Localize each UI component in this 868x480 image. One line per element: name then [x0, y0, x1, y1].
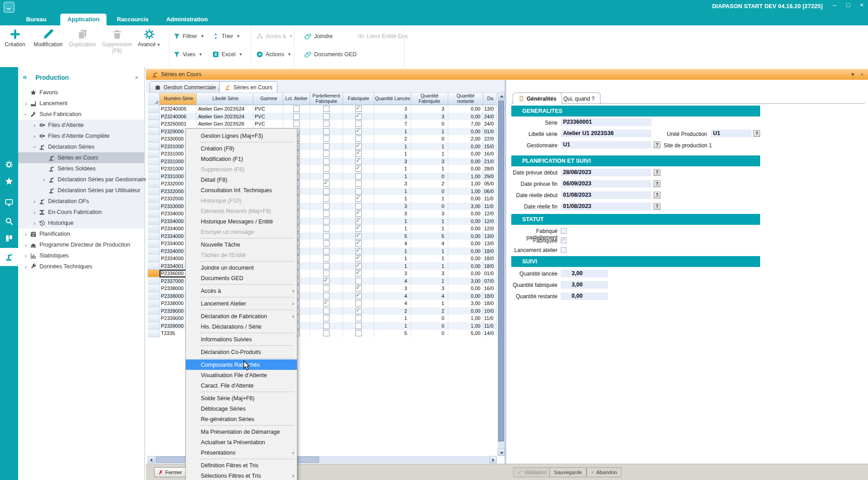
desktop-icon[interactable]: [0, 194, 18, 212]
checkbox[interactable]: [355, 150, 362, 157]
modules-gear-icon[interactable]: [0, 155, 18, 174]
row-header[interactable]: [148, 105, 160, 113]
checkbox[interactable]: [355, 323, 362, 329]
checkbox[interactable]: [355, 158, 362, 165]
context-menu-item[interactable]: Suppression (F6): [186, 164, 297, 175]
context-menu-item[interactable]: Accès à ›: [186, 286, 297, 296]
help-button[interactable]: ?: [654, 192, 660, 199]
row-header[interactable]: [148, 315, 160, 322]
checkbox[interactable]: [355, 233, 362, 239]
column-header-quantite-restante[interactable]: Quantité restante: [448, 92, 483, 105]
tree-item[interactable]: › Suivi Fabrication: [18, 109, 144, 120]
date-field[interactable]: 28/08/2023: [561, 169, 651, 176]
row-header[interactable]: [148, 233, 160, 240]
checkbox[interactable]: [323, 203, 330, 209]
context-menu-item[interactable]: Modification (F1): [186, 154, 297, 164]
checkbox[interactable]: [293, 106, 300, 112]
help-button[interactable]: ?: [654, 141, 660, 148]
checkbox[interactable]: [561, 238, 567, 243]
row-header[interactable]: [148, 203, 160, 210]
date-field[interactable]: 01/08/2023: [561, 203, 651, 210]
close-button[interactable]: ×: [858, 1, 865, 9]
row-header[interactable]: [148, 285, 160, 292]
tree-expander-icon[interactable]: ›: [23, 110, 29, 118]
tree-item[interactable]: › Planification: [18, 228, 144, 239]
checkbox[interactable]: [323, 315, 330, 321]
context-menu-item[interactable]: Solde Série (Maj+F6): [186, 393, 297, 403]
tree-expander-icon[interactable]: ›: [30, 209, 39, 216]
maximize-button[interactable]: □: [844, 1, 852, 9]
date-field[interactable]: 06/09/2023: [561, 180, 651, 188]
tree-item[interactable]: › Déclaration Séries: [18, 141, 144, 152]
scroll-down-button[interactable]: [498, 449, 504, 456]
excel-button[interactable]: Excel▼: [212, 50, 243, 59]
checkbox[interactable]: [323, 240, 330, 247]
column-header-numero-serie[interactable]: Numéro Série: [160, 92, 197, 105]
column-header-quantite-lancee[interactable]: Quantité Lancée: [374, 92, 411, 105]
row-header[interactable]: [148, 143, 160, 150]
checkbox[interactable]: [355, 330, 362, 336]
checkbox[interactable]: [355, 165, 362, 172]
tree-expander-icon[interactable]: ›: [22, 100, 30, 107]
checkbox[interactable]: [323, 248, 330, 254]
checkbox[interactable]: [323, 188, 330, 194]
row-header[interactable]: [148, 292, 160, 300]
sauvegarde-button[interactable]: Sauvegarde: [549, 467, 587, 477]
checkbox[interactable]: [355, 240, 362, 247]
checkbox[interactable]: [323, 173, 330, 179]
context-menu-item[interactable]: Déclaration Co-Produits: [186, 347, 297, 357]
row-header[interactable]: [148, 113, 160, 121]
context-menu-item[interactable]: His. Déclarations / Série: [186, 321, 297, 332]
scroll-up-button[interactable]: [498, 92, 504, 100]
row-header[interactable]: [148, 218, 160, 225]
help-button[interactable]: ?: [654, 169, 660, 176]
unite-production-field[interactable]: U1: [711, 130, 752, 137]
checkbox[interactable]: [355, 136, 362, 142]
row-header[interactable]: [148, 158, 160, 165]
tree-item[interactable]: › Files d'Attente Complète: [18, 131, 144, 141]
table-row[interactable]: P23240006 Atelier Gen 2023S24 PVC 3 3 0,…: [148, 113, 497, 121]
context-menu-item[interactable]: Caract. File d'Attente: [186, 380, 297, 391]
context-menu-item[interactable]: Déblocage Séries: [186, 403, 297, 414]
checkbox[interactable]: [355, 113, 362, 120]
table-row[interactable]: P23260001 Atelier Gen 2023S26 PVC 7 0 7,…: [148, 120, 497, 128]
context-menu-item[interactable]: Composants Rattachés: [186, 359, 297, 370]
checkbox[interactable]: [355, 218, 362, 224]
checkbox[interactable]: [355, 255, 362, 262]
vertical-scrollbar[interactable]: [498, 92, 504, 456]
checkbox[interactable]: [355, 270, 362, 276]
context-menu-item[interactable]: Envoyer un message: [186, 227, 297, 237]
select-all-corner[interactable]: [148, 92, 160, 105]
tree-item[interactable]: › En-Cours Fabrication: [18, 207, 144, 218]
context-menu-item[interactable]: Historique Messages / Entité: [186, 216, 297, 227]
gestionnaire-field[interactable]: U1: [561, 141, 651, 149]
row-header[interactable]: [148, 150, 160, 158]
vertical-scroll-thumb[interactable]: [498, 101, 504, 441]
checkbox[interactable]: [323, 180, 330, 187]
column-header-quantite-fabriquee[interactable]: Quantité Fabriquée: [411, 92, 448, 105]
tree-expander-icon[interactable]: ›: [22, 263, 30, 270]
checkbox[interactable]: [323, 233, 330, 239]
help-button[interactable]: ?: [654, 203, 660, 210]
column-header-partiellement-fabriquee[interactable]: Partiellement Fabriquée: [310, 92, 343, 105]
context-menu-item[interactable]: Historique (F10): [186, 195, 297, 206]
context-menu-item[interactable]: Création (F9): [186, 143, 297, 154]
row-header[interactable]: [148, 225, 160, 233]
row-header[interactable]: [148, 180, 160, 188]
tree-item[interactable]: › Programme Directeur de Production: [18, 239, 144, 250]
checkbox[interactable]: [323, 300, 330, 306]
checkbox[interactable]: [323, 278, 330, 284]
checkbox[interactable]: [561, 228, 567, 234]
scroll-left-button[interactable]: [148, 456, 155, 463]
checkbox[interactable]: [323, 106, 330, 112]
context-menu-item[interactable]: Consultation Inf. Techniques: [186, 185, 297, 195]
context-menu-item[interactable]: Nouvelle Tâche: [186, 239, 297, 250]
tree-item[interactable]: › Lancement: [18, 98, 144, 109]
tree-item[interactable]: Séries Soldées: [18, 163, 144, 174]
tree-expander-icon[interactable]: ›: [30, 220, 39, 227]
checkbox[interactable]: [323, 285, 330, 291]
checkbox[interactable]: [323, 128, 330, 135]
checkbox[interactable]: [355, 285, 362, 291]
row-header[interactable]: [148, 128, 160, 136]
context-menu-item[interactable]: Re-génération Séries: [186, 414, 297, 424]
